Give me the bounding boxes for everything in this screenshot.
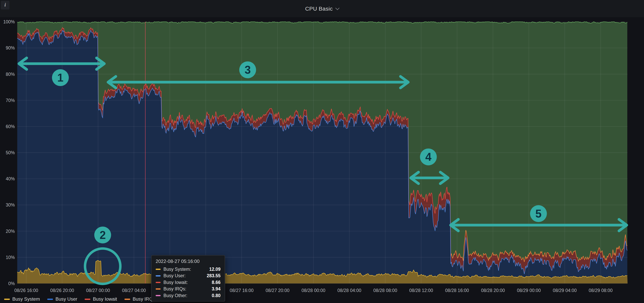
y-axis-tick-label: 40% <box>6 176 15 181</box>
tooltip-row: Busy Iowait:8.66 <box>156 280 220 285</box>
panel-header: CPU Basic <box>0 0 644 17</box>
cpu-usage-chart[interactable]: 0%10%20%30%40%50%60%70%80%90%100%08/26 1… <box>0 0 644 303</box>
tooltip-series-value: 8.66 <box>212 280 221 285</box>
x-axis-tick-label: 08/28 04:00 <box>338 288 361 293</box>
legend-item[interactable]: Busy User <box>47 296 78 302</box>
y-axis-tick-label: 100% <box>3 19 15 24</box>
tooltip-series-label: Busy Iowait: <box>164 280 212 285</box>
tooltip-series-value: 283.55 <box>207 273 220 278</box>
x-axis-tick-label: 08/29 04:00 <box>553 288 576 293</box>
x-axis-tick-label: 08/28 00:00 <box>302 288 325 293</box>
y-axis-tick-label: 90% <box>6 46 15 50</box>
tooltip-series-label: Busy User: <box>164 273 207 278</box>
chevron-down-icon <box>335 6 340 10</box>
x-axis-tick-label: 08/26 16:00 <box>14 288 38 293</box>
legend-series-swatch <box>85 298 90 300</box>
x-axis-tick-label: 08/26 20:00 <box>50 288 74 293</box>
x-axis-tick-label: 08/27 20:00 <box>266 288 290 293</box>
info-icon-glyph: i <box>4 2 6 8</box>
legend-series-label: Busy Iowait <box>93 296 117 302</box>
y-axis-tick-label: 20% <box>6 229 15 234</box>
legend-item[interactable]: Busy Iowait <box>85 296 117 302</box>
tooltip-series-label: Busy IRQs: <box>164 286 212 291</box>
tooltip-row: Busy System:12.09 <box>156 267 220 272</box>
x-axis-tick-label: 08/28 20:00 <box>481 288 505 293</box>
annotation-number: 3 <box>244 64 251 76</box>
y-axis-tick-label: 60% <box>6 124 15 129</box>
tooltip-timestamp: 2022-08-27 05:16:00 <box>156 259 220 264</box>
y-axis-tick-label: 0% <box>8 281 15 286</box>
tooltip-rows: Busy System:12.09Busy User:283.55Busy Io… <box>156 267 220 298</box>
tooltip-row: Busy User:283.55 <box>156 273 220 278</box>
tooltip-series-swatch <box>156 275 160 276</box>
tooltip-series-label: Busy System: <box>164 267 209 272</box>
tooltip-series-swatch <box>156 288 160 290</box>
chart-legend: Busy SystemBusy UserBusy IowaitBusy IRQs <box>4 296 155 302</box>
legend-series-label: Busy System <box>12 296 40 302</box>
legend-item[interactable]: Busy System <box>4 296 40 302</box>
tooltip-series-label: Busy Other: <box>164 293 212 298</box>
y-axis-tick-label: 30% <box>6 202 15 208</box>
legend-item[interactable]: Busy IRQs <box>124 296 155 302</box>
annotation-number: 2 <box>100 229 106 241</box>
x-axis-tick-label: 08/27 16:00 <box>230 288 254 293</box>
tooltip-series-value: 0.80 <box>212 293 221 298</box>
tooltip-row: Busy Other:0.80 <box>156 293 220 298</box>
tooltip-series-swatch <box>156 295 160 296</box>
x-axis-tick-label: 08/28 16:00 <box>445 288 469 293</box>
tooltip-series-value: 12.09 <box>209 267 221 272</box>
x-axis-tick-label: 08/29 08:00 <box>589 288 612 293</box>
tooltip-series-swatch <box>156 282 160 283</box>
x-axis-tick-label: 08/29 00:00 <box>517 288 541 293</box>
legend-series-swatch <box>124 298 130 300</box>
legend-series-swatch <box>47 298 53 300</box>
chart-tooltip: 2022-08-27 05:16:00 Busy System:12.09Bus… <box>151 255 225 302</box>
grafana-panel: i CPU Basic 0%10%20%30%40%50%60%70%80%90… <box>0 0 644 303</box>
annotation-number: 4 <box>425 151 432 163</box>
y-axis-tick-label: 10% <box>6 255 15 260</box>
y-axis-tick-label: 50% <box>6 150 15 155</box>
x-axis-tick-label: 08/27 00:00 <box>86 288 110 293</box>
legend-series-label: Busy User <box>56 296 77 302</box>
tooltip-series-value: 3.94 <box>212 286 221 291</box>
annotation-number: 1 <box>57 72 64 84</box>
panel-info-icon[interactable]: i <box>1 1 10 10</box>
panel-title-menu[interactable]: CPU Basic <box>305 6 339 12</box>
y-axis-tick-label: 80% <box>6 72 15 77</box>
legend-series-swatch <box>4 298 10 300</box>
panel-title-text: CPU Basic <box>305 6 332 12</box>
x-axis-tick-label: 08/28 08:00 <box>373 288 397 293</box>
annotation-number: 5 <box>535 208 542 220</box>
x-axis-tick-label: 08/27 04:00 <box>122 288 146 293</box>
tooltip-series-swatch <box>156 268 160 270</box>
tooltip-row: Busy IRQs:3.94 <box>156 286 220 291</box>
y-axis-tick-label: 70% <box>6 98 15 103</box>
x-axis-tick-label: 08/28 12:00 <box>409 288 433 293</box>
